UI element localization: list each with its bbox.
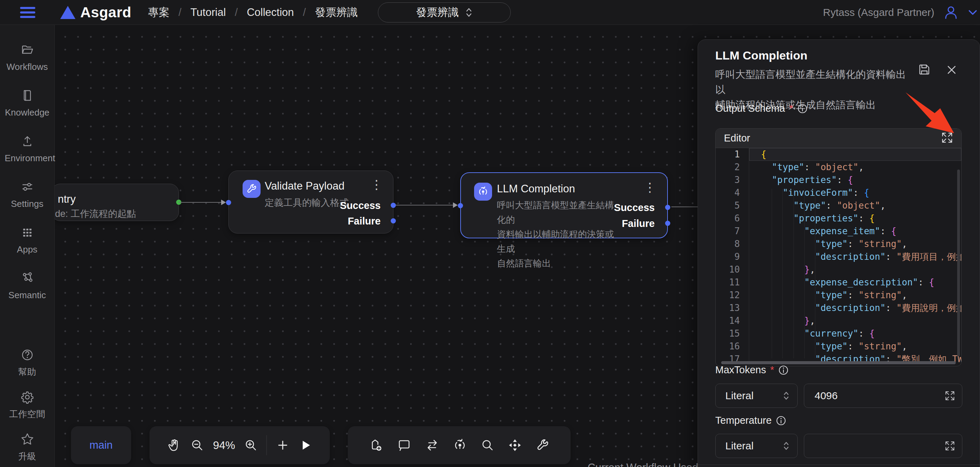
sidebar-item-semantic[interactable]: Semantic xyxy=(0,271,54,301)
entry-node[interactable]: ntry de: 工作流程的起點 xyxy=(55,184,179,221)
line-number: 2 xyxy=(716,161,749,174)
sidebar-item-environment[interactable]: Environment xyxy=(0,134,54,164)
editor-code[interactable]: 1{2 "type": "object",3 "properties": {4 … xyxy=(716,148,961,366)
sidebar-item-settings[interactable]: Settings xyxy=(0,180,54,210)
schema-editor[interactable]: Editor 1{2 "type": "object",3 "propertie… xyxy=(715,128,962,366)
info-icon[interactable] xyxy=(797,103,808,114)
editor-code-line[interactable]: 13 "description": "費用說明，例如說明 xyxy=(716,302,961,315)
wrench-icon[interactable] xyxy=(535,438,550,453)
editor-code-line[interactable]: 5 "type": "object", xyxy=(716,199,961,212)
chevron-updown-icon xyxy=(783,391,790,400)
zoom-level: 94% xyxy=(213,439,235,452)
close-icon[interactable] xyxy=(946,64,958,77)
wrench-node-icon xyxy=(243,180,261,198)
llm-input-port[interactable] xyxy=(458,203,463,208)
semantic-icon xyxy=(21,271,34,286)
editor-code-line[interactable]: 9 "description": "費用項目，例如停車 xyxy=(716,251,961,263)
editor-code-line[interactable]: 7 "expense_item": { xyxy=(716,225,961,238)
temperature-input[interactable] xyxy=(806,440,945,452)
user-icon xyxy=(943,5,959,20)
edge-entry-validate-arrowhead xyxy=(221,200,226,205)
maxtokens-label: MaxTokens* xyxy=(715,364,789,376)
editor-vertical-scrollbar[interactable] xyxy=(957,170,960,356)
editor-code-line[interactable]: 15 "currency": { xyxy=(716,327,961,340)
search-icon[interactable] xyxy=(480,438,495,453)
add-node-icon[interactable] xyxy=(369,438,384,453)
info-icon[interactable] xyxy=(776,415,786,426)
maxtokens-mode-value: Literal xyxy=(725,390,754,402)
indent-guide xyxy=(804,189,805,358)
maxtokens-input-wrap xyxy=(804,384,963,408)
llm-node-icon xyxy=(474,183,492,201)
breadcrumb-item[interactable]: Collection xyxy=(247,6,294,19)
node-menu-icon[interactable]: ⋮ xyxy=(644,181,656,194)
llm-failure-port[interactable] xyxy=(665,221,670,226)
code-text: "properties": { xyxy=(749,174,961,186)
branch-button[interactable]: main xyxy=(71,426,131,464)
validate-success-port[interactable] xyxy=(391,203,396,208)
editor-code-line[interactable]: 8 "type": "string", xyxy=(716,238,961,251)
editor-code-line[interactable]: 1{ xyxy=(716,148,961,161)
code-text: "description": "費用項目，例如停車 xyxy=(749,251,961,263)
save-icon[interactable] xyxy=(917,63,931,78)
editor-code-line[interactable]: 10 }, xyxy=(716,263,961,276)
maxtokens-input[interactable] xyxy=(806,390,945,402)
expand-icon[interactable] xyxy=(945,441,955,451)
sidebar-item-升級[interactable]: 升級 xyxy=(0,432,54,462)
code-text: "type": "string", xyxy=(749,238,961,251)
line-number: 6 xyxy=(716,212,749,225)
editor-code-line[interactable]: 4 "invoiceForm": { xyxy=(716,186,961,199)
editor-code-line[interactable]: 6 "properties": { xyxy=(716,212,961,225)
comment-icon[interactable] xyxy=(396,438,412,453)
sidebar-item-apps[interactable]: Apps xyxy=(0,226,54,255)
editor-code-line[interactable]: 14 }, xyxy=(716,315,961,327)
validate-payload-node[interactable]: Validate Payload 定義工具的輸入格式 ⋮ Success Fai… xyxy=(228,170,393,234)
editor-code-line[interactable]: 12 "type": "string", xyxy=(716,289,961,302)
expand-icon[interactable] xyxy=(941,132,953,145)
sidebar-item-label: Semantic xyxy=(8,289,46,301)
sidebar-item-工作空間[interactable]: 工作空間 xyxy=(0,390,54,420)
node-menu-icon[interactable]: ⋮ xyxy=(370,178,383,191)
sidebar-item-workflows[interactable]: Workflows xyxy=(0,43,54,73)
sidebar-item-label: Knowledge xyxy=(5,106,49,118)
status-text: Current Workflow Used xyxy=(588,461,698,467)
breadcrumb-item[interactable]: 發票辨識 xyxy=(315,5,358,20)
swap-connection-icon[interactable] xyxy=(425,438,440,453)
run-icon[interactable] xyxy=(298,438,312,452)
editor-horizontal-scrollbar[interactable] xyxy=(721,361,956,364)
llm-completion-node[interactable]: LLM Completion 呼叫大型語言模型並產生結構化的 資料輸出以輔助流程… xyxy=(460,172,668,238)
pan-icon[interactable] xyxy=(507,438,523,453)
account-menu[interactable]: Rytass (Asgard Partner) xyxy=(823,5,980,20)
editor-code-line[interactable]: 2 "type": "object", xyxy=(716,161,961,174)
breadcrumb-item[interactable]: 專案 xyxy=(148,5,170,20)
add-icon[interactable] xyxy=(275,438,290,453)
maxtokens-mode-select[interactable]: Literal xyxy=(715,384,798,408)
line-number: 7 xyxy=(716,225,749,238)
canvas-toolbar xyxy=(348,426,571,464)
validate-input-port[interactable] xyxy=(226,200,231,205)
failure-port-label: Failure xyxy=(622,218,655,229)
menu-icon[interactable] xyxy=(20,7,35,18)
workflow-selector[interactable]: 發票辨識 xyxy=(378,2,511,22)
sidebar-item-knowledge[interactable]: Knowledge xyxy=(0,89,54,118)
editor-code-line[interactable]: 16 "type": "string", xyxy=(716,340,961,353)
line-number: 10 xyxy=(716,263,749,276)
sidebar-item-幫助[interactable]: 幫助 xyxy=(0,348,54,378)
breadcrumb-item[interactable]: Tutorial xyxy=(190,6,226,19)
expand-icon[interactable] xyxy=(945,391,955,401)
validate-failure-port[interactable] xyxy=(391,218,396,224)
hand-tool-icon[interactable] xyxy=(167,438,181,453)
editor-code-line[interactable]: 3 "properties": { xyxy=(716,174,961,186)
code-text: "expense_item": { xyxy=(749,225,961,238)
llm-success-port[interactable] xyxy=(665,205,670,210)
zoom-in-icon[interactable] xyxy=(243,438,258,453)
chevron-updown-icon xyxy=(783,442,790,450)
llm-tool-icon[interactable] xyxy=(452,438,468,453)
indent-guide xyxy=(794,189,794,358)
zoom-out-icon[interactable] xyxy=(190,438,205,453)
editor-code-line[interactable]: 11 "expense_description": { xyxy=(716,276,961,289)
breadcrumb: 專案/Tutorial/Collection/發票辨識 xyxy=(148,5,358,20)
temperature-mode-select[interactable]: Literal xyxy=(715,434,798,458)
code-text: "currency": { xyxy=(749,327,961,340)
info-icon[interactable] xyxy=(778,365,789,375)
